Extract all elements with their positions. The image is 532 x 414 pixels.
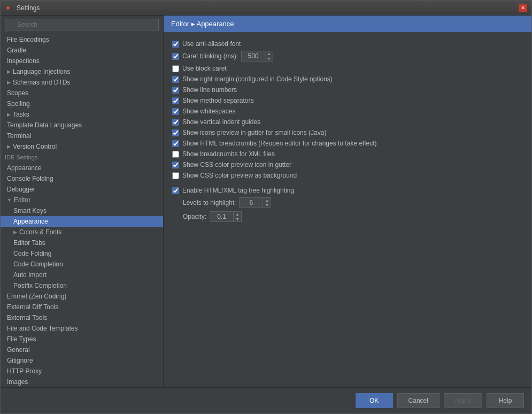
checkbox-anti-aliased[interactable] xyxy=(172,41,179,48)
sidebar-item-smart-keys[interactable]: Smart Keys xyxy=(1,205,163,216)
sidebar-item-images[interactable]: Images xyxy=(1,377,163,387)
item-label: Colors & Fonts xyxy=(19,228,61,236)
main-panel: Editor ▸ Appearance Use anti-aliased fon… xyxy=(164,16,531,387)
sidebar-item-external-diff-tools[interactable]: External Diff Tools xyxy=(1,302,163,312)
checkbox-icons-preview[interactable] xyxy=(172,129,179,136)
close-button[interactable]: ✕ xyxy=(519,4,527,12)
sidebar-item-gradle[interactable]: Gradle xyxy=(1,45,163,56)
sidebar-item-http-proxy[interactable]: HTTP Proxy xyxy=(1,366,163,377)
levels-input[interactable] xyxy=(239,197,263,208)
item-label: File Types xyxy=(7,335,36,343)
levels-row: Levels to highlight: ▲ ▼ xyxy=(172,196,523,210)
sidebar-item-scopes[interactable]: Scopes xyxy=(1,88,163,98)
item-label: Spelling xyxy=(7,100,30,108)
checkbox-whitespaces[interactable] xyxy=(172,108,179,115)
sidebar-item-general[interactable]: General xyxy=(1,344,163,355)
option-caret-blinking: Caret blinking (ms): ▲ ▼ xyxy=(172,49,523,63)
content-area: 🔍 File Encodings Gradle Inspections ▶Lan… xyxy=(1,16,531,387)
option-label-css-color-background: Show CSS color preview as background xyxy=(182,172,297,179)
help-button[interactable]: Help xyxy=(487,393,524,408)
sidebar-item-file-types[interactable]: File Types xyxy=(1,334,163,344)
checkbox-block-caret[interactable] xyxy=(172,65,179,72)
option-label-right-margin: Show right margin (configured in Code St… xyxy=(182,75,333,83)
sidebar-item-schemas-dtds[interactable]: ▶Schemas and DTDs xyxy=(1,77,163,88)
sidebar-item-tasks[interactable]: ▶Tasks xyxy=(1,109,163,120)
item-label: Smart Keys xyxy=(13,207,47,214)
sidebar-item-code-completion[interactable]: Code Completion xyxy=(1,259,163,270)
levels-label: Levels to highlight: xyxy=(183,199,236,206)
caret-blinking-down[interactable]: ▼ xyxy=(265,56,273,61)
option-label-line-numbers: Show line numbers xyxy=(182,86,237,94)
sidebar-item-template-data-languages[interactable]: Template Data Languages xyxy=(1,120,163,131)
opacity-down[interactable]: ▼ xyxy=(234,217,241,221)
sidebar-item-editor[interactable]: ▼Editor xyxy=(1,195,163,205)
sidebar-item-version-control[interactable]: ▶Version Control xyxy=(1,141,163,152)
item-label: HTTP Proxy xyxy=(7,367,42,375)
option-whitespaces: Show whitespaces xyxy=(172,106,523,117)
levels-spinner: ▲ ▼ xyxy=(239,197,271,208)
checkbox-xml-breadcrumbs[interactable] xyxy=(172,151,179,158)
expand-arrow: ▶ xyxy=(7,112,11,117)
sidebar-item-inspections[interactable]: Inspections xyxy=(1,56,163,66)
divider xyxy=(172,181,523,185)
sidebar-item-terminal[interactable]: Terminal xyxy=(1,131,163,141)
panel-content: Use anti-aliased font Caret blinking (ms… xyxy=(164,32,531,387)
ok-button[interactable]: OK xyxy=(356,393,393,408)
sidebar-list: File Encodings Gradle Inspections ▶Langu… xyxy=(1,34,163,387)
sidebar-item-gitignore[interactable]: Gitignore xyxy=(1,355,163,366)
sidebar-item-debugger[interactable]: Debugger xyxy=(1,184,163,195)
item-label: Emmet (Zen Coding) xyxy=(7,293,66,300)
item-label: Postfix Completion xyxy=(13,282,67,289)
sidebar-item-auto-import[interactable]: Auto Import xyxy=(1,270,163,280)
sidebar-item-file-code-templates[interactable]: File and Code Templates xyxy=(1,323,163,334)
window-controls: ✕ xyxy=(519,4,527,12)
item-label: Editor xyxy=(14,196,30,204)
checkbox-caret-blinking[interactable] xyxy=(172,53,179,60)
checkbox-css-color-icon[interactable] xyxy=(172,162,179,168)
sidebar-item-editor-tabs[interactable]: Editor Tabs xyxy=(1,237,163,248)
checkbox-method-separators[interactable] xyxy=(172,97,179,104)
expand-arrow: ▼ xyxy=(7,197,12,203)
sidebar-item-appearance[interactable]: Appearance xyxy=(1,163,163,173)
sidebar-item-language-injections[interactable]: ▶Language Injections xyxy=(1,66,163,77)
item-label: Images xyxy=(7,378,28,386)
caret-blinking-input[interactable] xyxy=(241,51,265,62)
opacity-input[interactable] xyxy=(210,211,234,222)
checkbox-html-breadcrumbs[interactable] xyxy=(172,140,179,147)
opacity-up[interactable]: ▲ xyxy=(234,212,241,217)
item-label: Editor Tabs xyxy=(13,239,45,247)
apply-button[interactable]: Apply xyxy=(444,393,482,408)
sidebar: 🔍 File Encodings Gradle Inspections ▶Lan… xyxy=(1,16,164,387)
levels-up[interactable]: ▲ xyxy=(263,198,271,203)
opacity-arrows: ▲ ▼ xyxy=(234,211,242,222)
sidebar-item-file-encodings[interactable]: File Encodings xyxy=(1,34,163,45)
search-input[interactable] xyxy=(5,19,159,30)
item-label: Scopes xyxy=(7,89,28,97)
option-css-color-background: Show CSS color preview as background xyxy=(172,170,523,181)
expand-arrow: ▶ xyxy=(7,80,11,85)
sidebar-item-external-tools[interactable]: External Tools xyxy=(1,312,163,323)
sidebar-item-console-folding[interactable]: Console Folding xyxy=(1,173,163,184)
sidebar-item-emmet[interactable]: Emmet (Zen Coding) xyxy=(1,291,163,302)
checkbox-right-margin[interactable] xyxy=(172,76,179,83)
levels-down[interactable]: ▼ xyxy=(263,203,271,208)
sidebar-item-spelling[interactable]: Spelling xyxy=(1,98,163,109)
option-method-separators: Show method separators xyxy=(172,95,523,106)
caret-blinking-up[interactable]: ▲ xyxy=(265,51,273,56)
option-indent-guides: Show vertical indent guides xyxy=(172,117,523,127)
checkbox-line-numbers[interactable] xyxy=(172,87,179,94)
item-label: Gradle xyxy=(7,47,26,54)
checkbox-indent-guides[interactable] xyxy=(172,119,179,126)
checkbox-html-highlight[interactable] xyxy=(172,187,179,194)
checkbox-css-color-background[interactable] xyxy=(172,172,179,179)
item-label: File Encodings xyxy=(7,36,49,43)
item-label: File and Code Templates xyxy=(7,325,78,332)
sidebar-item-editor-appearance[interactable]: Appearance xyxy=(1,216,163,227)
sidebar-item-colors-fonts[interactable]: ▶Colors & Fonts xyxy=(1,227,163,237)
cancel-button[interactable]: Cancel xyxy=(397,393,440,408)
sidebar-item-postfix-completion[interactable]: Postfix Completion xyxy=(1,280,163,291)
item-label: Terminal xyxy=(7,132,31,140)
titlebar: ✦ Settings ✕ xyxy=(1,1,531,16)
sidebar-item-code-folding[interactable]: Code Folding xyxy=(1,248,163,259)
option-label-icons-preview: Show icons preview in gutter for small i… xyxy=(182,129,326,136)
